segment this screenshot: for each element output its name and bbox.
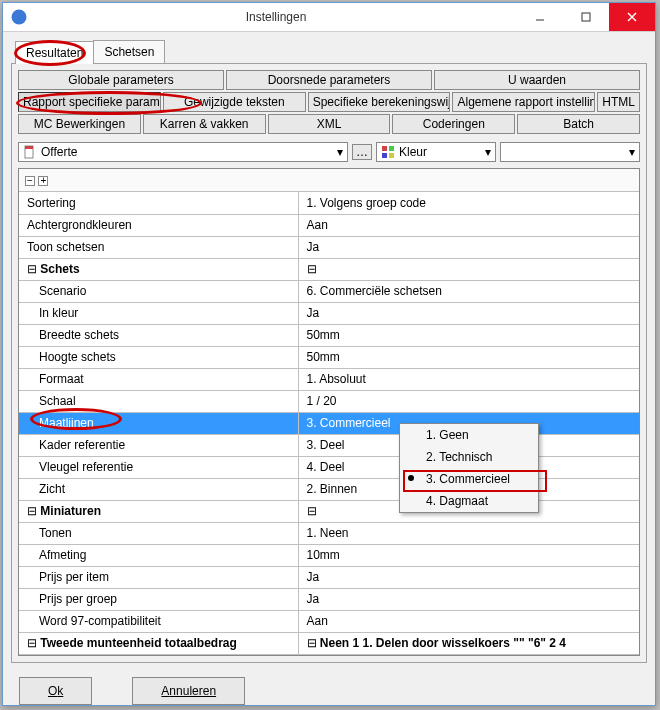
toolbar-btn-coderingen[interactable]: Coderingen <box>392 114 515 134</box>
tab-resultaten[interactable]: Resultaten <box>15 41 94 64</box>
menu-item[interactable]: 2. Technisch <box>400 446 538 468</box>
settings-window: Instellingen ResultatenSchetsen Globale … <box>2 2 656 706</box>
toolbar-btn-specifieke-berekeningswijzen[interactable]: Specifieke berekeningswijzen <box>308 92 451 112</box>
grid-row[interactable]: Schets <box>19 258 639 280</box>
report-select[interactable]: Offerte ▾ <box>18 142 348 162</box>
grid-row[interactable]: Vleugel referentie4. Deel <box>19 456 639 478</box>
grid-row[interactable]: Maatlijnen3. Commercieel <box>19 412 639 434</box>
toolbar-btn-doorsnede-parameters[interactable]: Doorsnede parameters <box>226 70 432 90</box>
grid-row[interactable]: Prijs per itemJa <box>19 566 639 588</box>
grid-row[interactable]: Breedte schets50mm <box>19 324 639 346</box>
grid-row[interactable]: Schaal1 / 20 <box>19 390 639 412</box>
toolbar-btn-globale-parameters[interactable]: Globale parameters <box>18 70 224 90</box>
menu-item[interactable]: 3. Commercieel <box>400 468 538 490</box>
toolbar-btn-gewijzigde-teksten[interactable]: Gewijzigde teksten <box>163 92 306 112</box>
cancel-button[interactable]: Annuleren <box>132 677 245 705</box>
doc-icon <box>23 145 37 159</box>
kleur-select-value: Kleur <box>399 145 427 159</box>
expand-all-icon[interactable]: + <box>38 176 48 186</box>
chevron-down-icon: ▾ <box>629 145 635 159</box>
client-area: ResultatenSchetsen Globale parametersDoo… <box>3 32 655 710</box>
grid-row[interactable]: Formaat1. Absoluut <box>19 368 639 390</box>
window-title: Instellingen <box>35 10 517 24</box>
tab-schetsen[interactable]: Schetsen <box>93 40 165 63</box>
toolbar-btn-mc-bewerkingen[interactable]: MC Bewerkingen <box>18 114 141 134</box>
dialog-buttons: Ok Annuleren <box>11 663 647 711</box>
titlebar: Instellingen <box>3 3 655 32</box>
grid-row[interactable]: Hoogte schets50mm <box>19 346 639 368</box>
more-button[interactable]: … <box>352 144 372 160</box>
svg-rect-6 <box>25 146 33 149</box>
tab-content: Globale parametersDoorsnede parametersU … <box>11 63 647 663</box>
grid-row[interactable]: Sortering1. Volgens groep code <box>19 192 639 214</box>
minimize-button[interactable] <box>517 3 563 31</box>
maximize-button[interactable] <box>563 3 609 31</box>
window-controls <box>517 3 655 31</box>
app-icon <box>9 7 29 27</box>
kleur-select[interactable]: Kleur ▾ <box>376 142 496 162</box>
svg-rect-9 <box>382 153 387 158</box>
grid-row[interactable]: Scenario6. Commerciële schetsen <box>19 280 639 302</box>
svg-rect-2 <box>582 13 590 21</box>
menu-item[interactable]: 1. Geen <box>400 424 538 446</box>
grid-row[interactable]: Prijs per groepJa <box>19 588 639 610</box>
toolbar-btn-html[interactable]: HTML <box>597 92 640 112</box>
chevron-down-icon: ▾ <box>337 145 343 159</box>
toolbar-btn-karren-vakken[interactable]: Karren & vakken <box>143 114 266 134</box>
grid-row[interactable]: Tonen1. Neen <box>19 522 639 544</box>
main-tabs: ResultatenSchetsen <box>11 40 647 63</box>
toolbar-btn-algemene-rapport-instellingen[interactable]: Algemene rapport instellingen <box>452 92 595 112</box>
grid-row[interactable]: Miniaturen <box>19 500 639 522</box>
grid-row[interactable]: Kader referentie3. Deel <box>19 434 639 456</box>
toolbar-btn-batch[interactable]: Batch <box>517 114 640 134</box>
report-select-value: Offerte <box>41 145 77 159</box>
grid-row[interactable]: Toon schetsenJa <box>19 236 639 258</box>
toolbar: Globale parametersDoorsnede parametersU … <box>18 70 640 136</box>
svg-rect-7 <box>382 146 387 151</box>
chevron-down-icon: ▾ <box>485 145 491 159</box>
menu-item[interactable]: 4. Dagmaat <box>400 490 538 512</box>
grid-row[interactable]: Word 97-compatibiliteitAan <box>19 610 639 632</box>
toolbar-btn-xml[interactable]: XML <box>268 114 391 134</box>
grid-row[interactable]: Tweede munteenheid totaalbedragNeen 1 1.… <box>19 632 639 654</box>
context-menu: 1. Geen2. Technisch3. Commercieel4. Dagm… <box>399 423 539 513</box>
grid-row[interactable]: AchtergrondkleurenAan <box>19 214 639 236</box>
svg-point-0 <box>12 10 27 25</box>
combo-row: Offerte ▾ … Kleur ▾ ▾ <box>18 142 640 162</box>
ok-button[interactable]: Ok <box>19 677 92 705</box>
grid-row[interactable]: Zicht2. Binnen <box>19 478 639 500</box>
toolbar-btn-rapport-specifieke-parameters[interactable]: Rapport specifieke parameters <box>18 92 161 112</box>
palette-icon <box>381 145 395 159</box>
close-button[interactable] <box>609 3 655 31</box>
grid-body[interactable]: Sortering1. Volgens groep codeAchtergron… <box>19 192 639 655</box>
grid-header[interactable]: − + <box>19 169 639 192</box>
toolbar-btn-u-waarden[interactable]: U waarden <box>434 70 640 90</box>
svg-rect-10 <box>389 153 394 158</box>
grid-row[interactable]: Afmeting10mm <box>19 544 639 566</box>
extra-select[interactable]: ▾ <box>500 142 640 162</box>
svg-rect-8 <box>389 146 394 151</box>
property-grid: − + Sortering1. Volgens groep codeAchter… <box>18 168 640 656</box>
collapse-all-icon[interactable]: − <box>25 176 35 186</box>
grid-row[interactable]: In kleurJa <box>19 302 639 324</box>
